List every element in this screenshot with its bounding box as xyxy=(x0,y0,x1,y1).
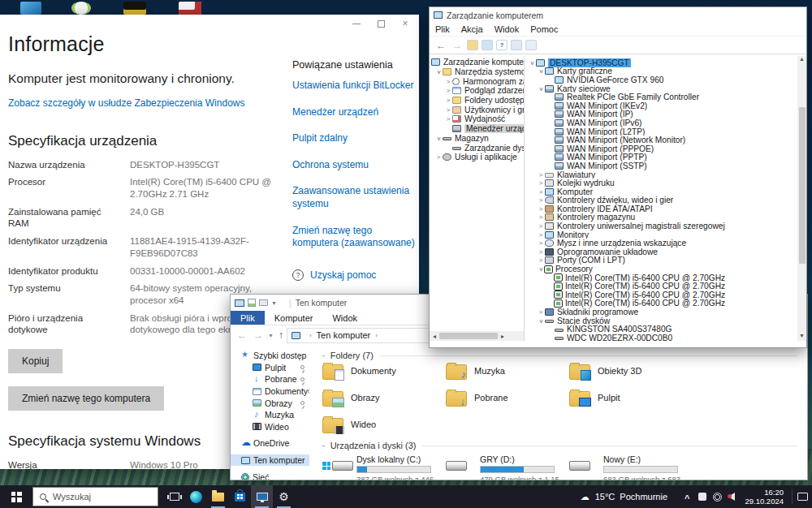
folder-item[interactable]: Dokumenty xyxy=(322,364,446,382)
scrollbar-thumb[interactable] xyxy=(439,333,498,339)
tree-item[interactable]: Kontrolery magazynu xyxy=(526,213,797,222)
sidebar-item[interactable]: Wideo xyxy=(231,421,309,433)
expander-chevron-icon[interactable] xyxy=(537,239,545,247)
network-tray-icon[interactable] xyxy=(713,493,722,502)
close-button[interactable]: × xyxy=(393,15,417,32)
desktop-shortcut-icon[interactable] xyxy=(20,2,41,15)
desktop-shortcut-icon[interactable] xyxy=(123,2,146,15)
drive-item[interactable]: Dysk lokalny (C:) 387 GB wolnych z 446 G… xyxy=(322,454,446,480)
tree-item[interactable]: Stacje dysków xyxy=(526,316,797,325)
sidebar-item[interactable]: Pobrane xyxy=(231,373,309,385)
tree-item[interactable]: Podgląd zdarzeń xyxy=(430,86,524,96)
ribbon-tab[interactable]: Widok xyxy=(322,311,367,325)
scroll-up-icon[interactable]: ▲ xyxy=(797,56,806,64)
expander-chevron-icon[interactable] xyxy=(444,87,452,94)
expander-chevron-icon[interactable] xyxy=(538,67,545,75)
tree-item[interactable]: Menedżer urządzeń xyxy=(430,124,524,134)
sidebar-item[interactable]: Muzyka xyxy=(231,409,309,421)
back-icon[interactable]: ← xyxy=(433,40,449,51)
scroll-left-icon[interactable]: ◂ xyxy=(430,333,439,340)
tree-item[interactable]: Oprogramowanie układowe xyxy=(526,248,797,256)
tree-item[interactable]: Intel(R) Core(TM) i5-6400 CPU @ 2.70GHz xyxy=(526,299,797,308)
breadcrumb[interactable]: Ten komputer xyxy=(317,330,371,340)
properties-icon[interactable] xyxy=(511,40,522,50)
ribbon-tab[interactable]: Plik xyxy=(231,311,265,325)
expander-chevron-icon[interactable] xyxy=(434,153,443,161)
tree-item[interactable]: Kontrolery dźwięku, wideo i gier xyxy=(526,196,797,205)
sidebar-item[interactable]: Dokumenty xyxy=(231,385,309,398)
tree-item[interactable]: Foldery udostępnione xyxy=(430,96,524,105)
related-settings-link[interactable]: Zaawansowane ustawienia systemu xyxy=(292,185,416,210)
minimize-button[interactable] xyxy=(344,15,369,32)
taskbar-app-button[interactable] xyxy=(207,485,229,508)
sidebar-item[interactable]: Obrazy xyxy=(231,397,309,409)
expander-chevron-icon[interactable] xyxy=(537,196,545,204)
folder-item[interactable]: Pobrane xyxy=(446,390,569,409)
expander-chevron-icon[interactable] xyxy=(537,222,545,230)
sidebar-item[interactable]: OneDrive xyxy=(231,437,309,450)
menu-item[interactable]: Akcja xyxy=(456,24,489,34)
scan-hardware-changes-icon[interactable] xyxy=(525,40,537,50)
maximize-button[interactable] xyxy=(369,15,393,32)
drive-item[interactable]: Nowy (E:) 683 GB wolnych z 683 GB xyxy=(569,454,693,480)
tree-item[interactable]: Procesory xyxy=(526,265,797,273)
folder-item[interactable]: Muzyka xyxy=(446,364,569,382)
sidebar-item[interactable]: Pulpit xyxy=(231,362,309,374)
menu-item[interactable]: Pomoc xyxy=(525,24,564,34)
tree-item[interactable]: Intel(R) Core(TM) i5-6400 CPU @ 2.70GHz xyxy=(526,282,797,291)
expander-chevron-icon[interactable] xyxy=(529,59,536,67)
sidebar-item[interactable]: Szybki dostęp xyxy=(231,350,309,362)
expander-chevron-icon[interactable] xyxy=(435,68,443,76)
expander-chevron-icon[interactable] xyxy=(537,188,545,196)
expander-chevron-icon[interactable] xyxy=(444,78,452,85)
search-input[interactable]: Wyszukaj xyxy=(32,487,158,506)
horizontal-scrollbar[interactable]: ◂ ▸ xyxy=(430,331,524,341)
tree-item[interactable]: DESKTOP-H395CGT xyxy=(526,58,797,67)
tree-item[interactable]: Harmonogram zadań xyxy=(430,76,524,86)
expander-chevron-icon[interactable] xyxy=(538,85,545,93)
start-button[interactable] xyxy=(0,485,32,508)
sidebar-item[interactable]: Ten komputer xyxy=(231,454,309,467)
tree-item[interactable]: WAN Miniport (L2TP) xyxy=(526,127,797,136)
tree-item[interactable]: Użytkownicy i grupy lok xyxy=(430,105,524,114)
tree-item[interactable]: Intel(R) Core(TM) i5-6400 CPU @ 2.70GHz xyxy=(526,291,797,299)
scroll-right-icon[interactable]: ▸ xyxy=(498,333,508,340)
tree-item[interactable]: Usługi i aplikacje xyxy=(430,153,524,162)
security-details-link[interactable]: Zobacz szczegóły w usłudze Zabezpieczeni… xyxy=(8,97,260,110)
related-settings-link[interactable]: Zmień nazwę tego komputera (zaawansowane… xyxy=(292,225,416,250)
related-settings-link[interactable]: Pulpit zdalny xyxy=(292,132,416,145)
taskbar-app-button[interactable]: ⚙ xyxy=(273,485,295,508)
drives-group-header[interactable]: › Urządzenia i dyski (3) xyxy=(322,441,797,450)
scrollbar-thumb[interactable] xyxy=(799,107,806,264)
expander-chevron-icon[interactable] xyxy=(538,265,545,273)
folders-group-header[interactable]: › Foldery (7) xyxy=(322,351,797,360)
action-center-button[interactable] xyxy=(793,493,812,501)
tree-item[interactable]: Składniki programowe xyxy=(526,308,797,316)
menu-item[interactable]: Plik xyxy=(430,24,456,34)
expander-chevron-icon[interactable] xyxy=(537,256,545,264)
tree-item[interactable]: WAN Miniport (PPPOE) xyxy=(526,144,797,153)
tree-item[interactable]: NVIDIA GeForce GTX 960 xyxy=(526,75,797,84)
tree-item[interactable]: WAN Miniport (Network Monitor) xyxy=(526,136,797,144)
quick-access-toolbar-dropdown-icon[interactable]: ▼ xyxy=(271,300,277,306)
related-settings-link[interactable]: Ustawienia funkcji BitLocker xyxy=(292,80,416,93)
tree-item[interactable]: Kontrolery uniwersalnej magistrali szere… xyxy=(526,222,797,230)
tree-item[interactable]: Monitory xyxy=(526,230,797,239)
folder-item[interactable]: Obrazy xyxy=(322,390,446,409)
tree-item[interactable]: Intel(R) Core(TM) i5-6400 CPU @ 2.70GHz xyxy=(526,273,797,282)
taskbar-app-button[interactable] xyxy=(251,485,273,508)
taskbar-app-button[interactable] xyxy=(185,485,207,508)
tree-item[interactable]: Kolejki wydruku xyxy=(526,179,797,187)
sidebar-item[interactable]: Sieć xyxy=(231,471,309,480)
hidden-icons-chevron-icon[interactable]: ^ xyxy=(685,493,689,503)
ribbon-tab[interactable]: Komputer xyxy=(265,311,323,325)
expander-chevron-icon[interactable] xyxy=(435,135,443,143)
scroll-down-icon[interactable]: ▼ xyxy=(797,333,806,341)
tree-item[interactable]: Komputer xyxy=(526,187,797,196)
tree-item[interactable]: Wydajność xyxy=(430,114,524,124)
export-list-icon[interactable] xyxy=(467,40,478,50)
tree-item[interactable]: Magazyn xyxy=(430,134,524,144)
related-settings-link[interactable]: Ochrona systemu xyxy=(292,159,416,172)
expander-chevron-icon[interactable] xyxy=(537,308,545,316)
tray-app-icon[interactable] xyxy=(698,493,706,501)
